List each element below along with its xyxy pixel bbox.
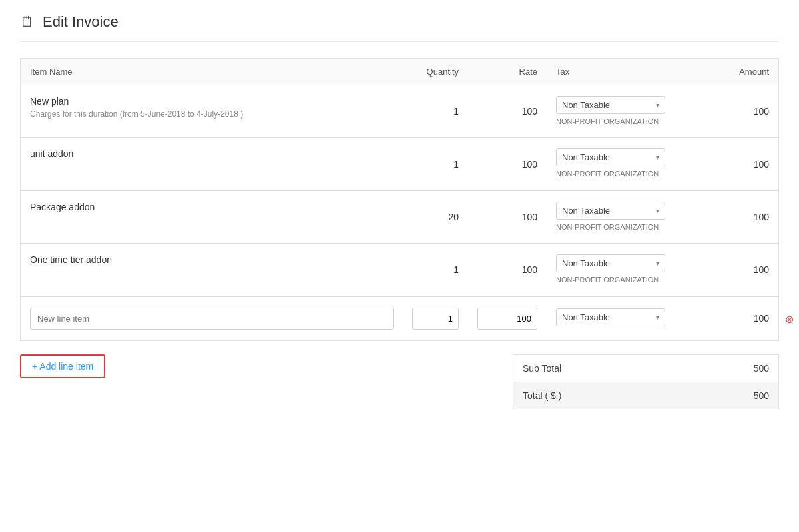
item-name-cell: Package addon <box>21 190 403 243</box>
tax-chevron-icon: ▾ <box>656 314 659 321</box>
table-row: unit addon 1 100 Non Taxable ▾ NON-PROFI… <box>21 138 779 190</box>
subtotal-label: Sub Total <box>523 363 561 374</box>
item-tax-dropdown[interactable]: Non Taxable ▾ <box>556 96 665 114</box>
item-amount-cell: 100 <box>674 138 778 190</box>
item-amount-cell: 100 <box>674 190 778 243</box>
table-row: New plan Charges for this duration (from… <box>21 85 779 138</box>
new-item-amount-cell: 100 <box>674 296 778 340</box>
item-qty-cell: 1 <box>403 138 468 190</box>
col-header-quantity: Quantity <box>403 59 468 85</box>
item-tax-dropdown[interactable]: Non Taxable ▾ <box>556 148 665 166</box>
new-item-name-cell <box>21 296 403 340</box>
item-tax-cell: Non Taxable ▾ NON-PROFIT ORGANIZATION <box>547 244 674 296</box>
item-tax-org: NON-PROFIT ORGANIZATION <box>556 117 665 127</box>
item-name-cell: One time tier addon <box>21 244 403 296</box>
new-item-tax-cell: Non Taxable ▾ <box>547 296 674 340</box>
item-qty-cell: 1 <box>403 244 468 296</box>
subtotal-value: 500 <box>754 363 769 374</box>
new-item-tax-dropdown[interactable]: Non Taxable ▾ <box>556 308 665 326</box>
item-tax-cell: Non Taxable ▾ NON-PROFIT ORGANIZATION <box>547 190 674 243</box>
item-tax-dropdown[interactable]: Non Taxable ▾ <box>556 254 665 272</box>
col-header-tax: Tax <box>547 59 674 85</box>
tax-chevron-icon: ▾ <box>656 260 659 267</box>
item-tax-label: Non Taxable <box>562 152 610 162</box>
item-desc: Charges for this duration (from 5-June-2… <box>30 109 394 119</box>
item-tax-org: NON-PROFIT ORGANIZATION <box>556 222 665 232</box>
item-rate-cell: 100 <box>468 85 547 138</box>
item-name-cell: unit addon <box>21 138 403 190</box>
table-row: One time tier addon 1 100 Non Taxable ▾ … <box>21 244 779 296</box>
table-header-row: Item Name Quantity Rate Tax Amount <box>21 59 779 85</box>
item-name: Package addon <box>30 202 394 212</box>
add-line-item-button[interactable]: + Add line item <box>20 354 105 378</box>
page-container: 🗒 Edit Invoice Item Name Quantity Rate T… <box>0 0 799 423</box>
tax-chevron-icon: ▾ <box>656 207 659 214</box>
new-item-qty-cell <box>403 296 468 340</box>
item-tax-label: Non Taxable <box>562 100 610 110</box>
new-line-row: Non Taxable ▾ 100 <box>21 296 779 340</box>
total-label: Total ( $ ) <box>523 390 561 401</box>
total-row: Total ( $ ) 500 <box>513 382 778 409</box>
page-header: 🗒 Edit Invoice <box>20 13 779 42</box>
item-name: One time tier addon <box>30 254 394 265</box>
total-value: 500 <box>754 390 769 401</box>
table-row: Package addon 20 100 Non Taxable ▾ NON-P… <box>21 190 779 243</box>
item-tax-cell: Non Taxable ▾ NON-PROFIT ORGANIZATION <box>547 85 674 138</box>
item-rate-cell: 100 <box>468 138 547 190</box>
item-amount-cell: 100 <box>674 244 778 296</box>
subtotal-row: Sub Total 500 <box>513 355 778 382</box>
item-tax-label: Non Taxable <box>562 258 610 268</box>
item-amount-cell: 100 <box>674 85 778 138</box>
item-tax-label: Non Taxable <box>562 206 610 216</box>
item-name: unit addon <box>30 148 394 159</box>
new-item-amount: 100 <box>754 313 769 324</box>
new-item-rate-cell <box>468 296 547 340</box>
tax-chevron-icon: ▾ <box>656 101 659 109</box>
item-name-cell: New plan Charges for this duration (from… <box>21 85 403 138</box>
page-title: Edit Invoice <box>43 13 119 31</box>
new-item-qty-input[interactable] <box>412 308 459 330</box>
item-tax-org: NON-PROFIT ORGANIZATION <box>556 275 665 285</box>
remove-new-line-icon[interactable]: ⊗ <box>785 313 794 326</box>
totals-wrapper: Sub Total 500 Total ( $ ) 500 <box>513 354 779 409</box>
invoice-icon: 🗒 <box>20 13 35 31</box>
col-header-amount: Amount <box>674 59 778 85</box>
item-tax-org: NON-PROFIT ORGANIZATION <box>556 169 665 179</box>
totals-section: Sub Total 500 Total ( $ ) 500 <box>513 354 779 409</box>
add-line-item-label: + Add line item <box>32 361 93 372</box>
item-rate-cell: 100 <box>468 244 547 296</box>
col-header-item-name: Item Name <box>21 59 403 85</box>
item-qty-cell: 20 <box>403 190 468 243</box>
item-qty-cell: 1 <box>403 85 468 138</box>
tax-chevron-icon: ▾ <box>656 154 659 161</box>
new-item-tax-label: Non Taxable <box>562 312 610 322</box>
invoice-table: Item Name Quantity Rate Tax Amount New p… <box>20 58 779 341</box>
item-rate-cell: 100 <box>468 190 547 243</box>
item-tax-dropdown[interactable]: Non Taxable ▾ <box>556 202 665 220</box>
new-item-rate-input[interactable] <box>477 308 537 330</box>
col-header-rate: Rate <box>468 59 547 85</box>
add-line-section: + Add line item Sub Total 500 Total ( $ … <box>20 354 779 409</box>
item-name: New plan <box>30 96 394 107</box>
new-item-name-input[interactable] <box>30 308 394 330</box>
item-tax-cell: Non Taxable ▾ NON-PROFIT ORGANIZATION <box>547 138 674 190</box>
